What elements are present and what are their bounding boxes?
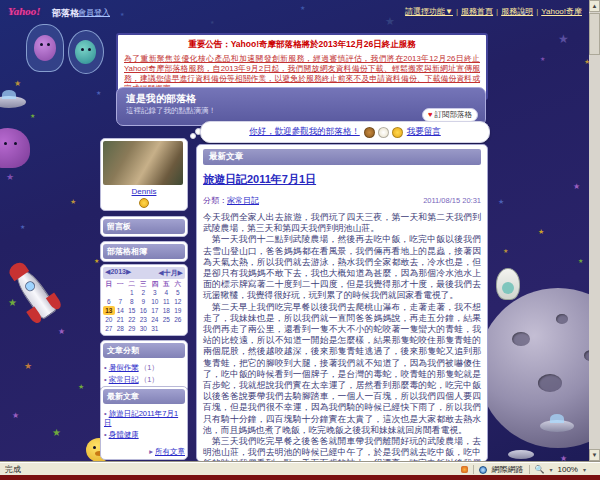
top-menu-link[interactable]: 服務首頁	[461, 7, 493, 16]
article-paragraph: 第二天早上我們吃完早餐以後我們去爬桃山瀑布，走著走著，我不想走了，我妹妹也是，所…	[203, 302, 481, 436]
top-menu-link[interactable]: 請選擇功能▼	[405, 7, 453, 16]
category-item: •家常日記（1）	[104, 375, 184, 384]
star-icon: ★	[498, 198, 504, 205]
calendar-year-nav[interactable]: ◀2013▶	[105, 268, 131, 278]
calendar-day: 17	[149, 306, 161, 315]
calendar-day: 19	[172, 306, 184, 315]
calendar-day[interactable]: 13	[103, 306, 115, 315]
star-icon: ★	[96, 90, 101, 96]
zoom-level: 100%	[558, 465, 578, 474]
calendar-day: 12	[172, 297, 184, 306]
star-icon: ★	[78, 383, 84, 390]
alien-jar-1	[26, 24, 64, 72]
calendar-day: 20	[103, 315, 115, 324]
calendar-day: 30	[138, 324, 150, 333]
album-module: 部落格相簿	[100, 241, 188, 262]
star-icon: ★	[8, 298, 17, 308]
recent-post-link[interactable]: 旅遊日記2011年7月1日	[104, 409, 178, 427]
calendar-weekday: 六	[172, 279, 184, 288]
calendar-day: 10	[149, 297, 161, 306]
calendar-weekdays: 日一二三四五六	[103, 279, 185, 288]
calendar-weekday: 五	[161, 279, 173, 288]
calendar-day: 31	[149, 324, 161, 333]
top-menu: 請選擇功能▼|服務首頁|服務說明|Yahoo!奇摩	[403, 6, 584, 17]
profile-name-link[interactable]: Dennis	[103, 187, 185, 196]
calendar-day	[161, 324, 173, 333]
logo-suffix: 部落格	[52, 7, 79, 20]
white-alien	[496, 268, 520, 300]
scroll-thumb[interactable]	[589, 13, 600, 55]
article-datetime: 2011/08/15 20:31	[423, 196, 481, 205]
calendar-day: 27	[103, 324, 115, 333]
profile-photo[interactable]	[103, 141, 183, 185]
star-icon: ★	[52, 428, 61, 438]
status-bar: 完成 網際網路 🔍 ▾ 100% ▾	[0, 462, 600, 476]
guestbook-header[interactable]: 留言板	[103, 219, 185, 234]
zone-label: 網際網路	[492, 464, 524, 475]
calendar-day: 22	[126, 315, 138, 324]
blog-subtitle: 這裡記錄了我的點點滴滴！	[126, 106, 216, 116]
article-category: 分類：家常日記	[203, 195, 259, 206]
album-header[interactable]: 部落格相簿	[103, 244, 185, 259]
calendar-day: 1	[126, 288, 138, 297]
calendar-day: 2	[138, 288, 150, 297]
zoom-caret-icon[interactable]: ▾	[550, 466, 553, 473]
octopus-alien	[0, 128, 30, 168]
article-section-header: 最新文章	[203, 149, 481, 165]
heart-icon: ♥	[428, 110, 432, 119]
category-item-link[interactable]: 暑假作業	[109, 363, 139, 372]
article-title-link[interactable]: 旅遊日記2011年7月1日	[203, 172, 316, 187]
top-menu-link[interactable]: Yahoo!奇摩	[541, 7, 582, 16]
yahoo-logo[interactable]: Yahoo!	[8, 5, 41, 17]
calendar-day: 8	[126, 297, 138, 306]
category-link[interactable]: 家常日記	[227, 196, 259, 205]
calendar-day: 29	[126, 324, 138, 333]
calendar-month-nav[interactable]: ◀十月▶	[158, 268, 183, 278]
bullet-icon: •	[104, 430, 107, 439]
vertical-scrollbar[interactable]: ▲ ▼	[589, 0, 600, 462]
triangle-icon: ▸	[149, 447, 153, 456]
recent-post-item: •身體健康	[104, 430, 184, 439]
calendar-day	[103, 288, 115, 297]
zoom-dropdown-icon[interactable]: ▾	[583, 466, 586, 473]
all-posts-row: ▸ 所有文章	[103, 447, 185, 457]
status-text: 完成	[5, 464, 461, 475]
categories-module: 文章分類 •暑假作業（1）•家常日記（1）	[100, 340, 188, 392]
calendar-weekday: 四	[149, 279, 161, 288]
calendar-day: 18	[161, 306, 173, 315]
category-item-link[interactable]: 家常日記	[109, 375, 139, 384]
scroll-down-button[interactable]: ▼	[589, 449, 600, 461]
calendar-day: 26	[172, 315, 184, 324]
calendar-day: 15	[126, 306, 138, 315]
planet-art	[478, 288, 600, 448]
categories-list: •暑假作業（1）•家常日記（1）	[103, 358, 185, 389]
magnifier-icon[interactable]: 🔍	[535, 465, 545, 474]
top-bar: Yahoo! 部落格 會員登入 請選擇功能▼|服務首頁|服務說明|Yahoo!奇…	[0, 0, 600, 26]
calendar-day	[172, 324, 184, 333]
subscribe-button[interactable]: ♥訂閱部落格	[422, 108, 478, 122]
calendar-module: ◀2013▶ ◀十月▶ 日一二三四五六 12345678910111213141…	[100, 264, 188, 336]
calendar-weekday: 三	[138, 279, 150, 288]
calendar-nav: ◀2013▶ ◀十月▶	[103, 267, 185, 279]
all-posts-link[interactable]: 所有文章	[155, 447, 185, 456]
calendar-day: 9	[138, 297, 150, 306]
calendar-day: 28	[115, 324, 127, 333]
scroll-up-button[interactable]: ▲	[589, 0, 600, 12]
top-menu-link[interactable]: 服務說明	[501, 7, 533, 16]
login-link[interactable]: 會員登入	[78, 7, 110, 18]
smile-emoticon	[378, 127, 389, 138]
calendar-day: 3	[149, 288, 161, 297]
ufo-small-icon	[540, 420, 574, 432]
leave-message-link[interactable]: 我要留言	[407, 126, 441, 138]
greeting-link[interactable]: 你好，歡迎參觀我的部落格！	[249, 126, 360, 138]
globe-icon	[479, 466, 487, 474]
article-paragraph: 第三天我們吃完早餐之後爸爸就開車帶我們離開好玩的武陵農場，去明池山莊，我們去明池…	[203, 436, 481, 462]
category-count: （1）	[140, 363, 159, 372]
calendar-day: 25	[161, 315, 173, 324]
calendar-day: 7	[115, 297, 127, 306]
star-icon: ★	[540, 56, 545, 62]
alien-jar-2	[68, 30, 104, 74]
recent-post-link[interactable]: 身體健康	[109, 430, 139, 439]
bullet-icon: •	[104, 375, 107, 384]
calendar-day: 6	[103, 297, 115, 306]
